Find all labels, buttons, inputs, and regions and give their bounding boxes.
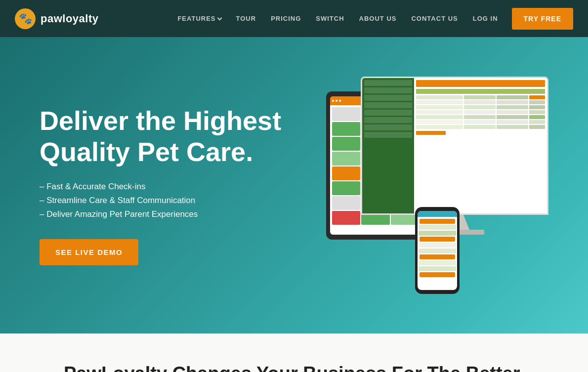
login-link[interactable]: LOG IN <box>467 11 504 26</box>
logo-text: pawloyalty <box>41 12 98 25</box>
demo-button[interactable]: SEE LIVE DEMO <box>40 239 138 265</box>
monitor-sidebar <box>362 78 414 213</box>
bottom-title: PawLoyalty Changes Your Business For The… <box>20 363 568 372</box>
hero-section: Deliver the Highest Quality Pet Care. – … <box>0 37 588 333</box>
monitor-main <box>414 78 547 213</box>
phone-screen <box>418 211 457 290</box>
phone-content <box>418 217 457 279</box>
phone-mockup <box>415 207 460 294</box>
tour-link[interactable]: TOUR <box>230 11 262 26</box>
try-free-button[interactable]: TRY FREE <box>512 8 573 30</box>
bottom-section: PawLoyalty Changes Your Business For The… <box>0 333 588 372</box>
monitor-screen <box>361 77 548 215</box>
feature-communication: – Streamline Care & Staff Communication <box>40 196 296 206</box>
navbar: 🐾 pawloyalty FEATURES TOUR PRICING SWITC… <box>0 0 588 37</box>
nav-links: FEATURES TOUR PRICING SWITCH ABOUT US CO… <box>171 8 573 30</box>
hero-title: Deliver the Highest Quality Pet Care. <box>40 105 296 166</box>
chevron-down-icon <box>217 15 222 20</box>
feature-experiences: – Deliver Amazing Pet Parent Experiences <box>40 209 296 219</box>
monitor-screen-inner <box>362 78 547 213</box>
phone-frame <box>415 207 460 294</box>
feature-checkins: – Fast & Accurate Check-ins <box>40 182 296 192</box>
contact-link[interactable]: CONTACT US <box>405 11 463 26</box>
features-link[interactable]: FEATURES <box>171 11 227 26</box>
phone-top-bar <box>418 211 457 217</box>
switch-link[interactable]: SWITCH <box>310 11 350 26</box>
hero-devices <box>296 67 548 304</box>
logo-area[interactable]: 🐾 pawloyalty <box>15 8 98 29</box>
hero-content: Deliver the Highest Quality Pet Care. – … <box>40 105 296 265</box>
pricing-link[interactable]: PRICING <box>265 11 307 26</box>
hero-features: – Fast & Accurate Check-ins – Streamline… <box>40 182 296 219</box>
about-link[interactable]: ABOUT US <box>353 11 403 26</box>
logo-icon: 🐾 <box>15 8 36 29</box>
